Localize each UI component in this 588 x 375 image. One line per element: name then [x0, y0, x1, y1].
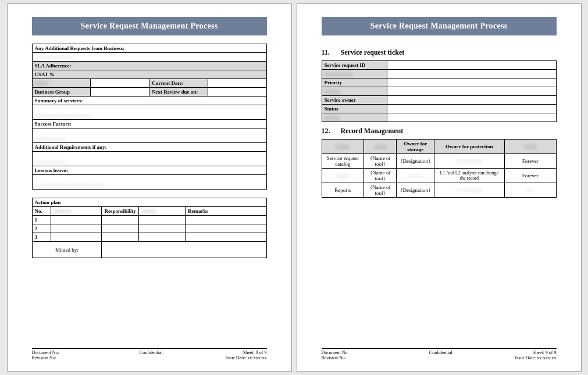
- ticket-row-label: Service owner: [322, 96, 387, 105]
- blurred-text: xxxxxx: [408, 173, 423, 178]
- table-row: Service request catalog {Name of tool} {…: [322, 154, 556, 169]
- blurred-text: xxxxxxxxxxxx: [35, 159, 66, 165]
- page-footer: Document No: Confidential Sheet: 8 of 9 …: [32, 348, 267, 360]
- page-title: Service Request Management Process: [322, 17, 557, 35]
- minted-by: Minted by:: [32, 242, 102, 258]
- metrics-table: SLA Adherence: CSAT % xxxxx Current Date…: [32, 61, 267, 97]
- ticket-row-label: Priority: [322, 78, 387, 87]
- footer-sheet: Sheet: 8 of 9: [243, 350, 267, 355]
- page-footer: Document No: Confidential Sheet: 9 of 9 …: [322, 348, 557, 360]
- footer-doc-no: Document No:: [32, 350, 59, 355]
- col-remarks: Remarks: [185, 207, 266, 216]
- additional-requests-box: Any Additional Requests from Business: x…: [32, 44, 267, 62]
- business-group-label: Business Group: [32, 88, 91, 97]
- csat-label: CSAT %: [32, 70, 266, 79]
- summary-table: Summary of services: xxxxxxxxxxxxxxxxxxx…: [32, 96, 267, 190]
- record-management-table: xxxxx xxxxx Owner for storage Owner for …: [322, 139, 557, 198]
- blurred-text: xxxxxx: [141, 208, 157, 214]
- blurred-text: xxx: [526, 187, 534, 193]
- footer-issue: Issue Date: xx-xxx-xx: [225, 355, 266, 360]
- col-no: No.: [32, 207, 51, 216]
- current-date-label: Current Date:: [149, 79, 208, 88]
- action-plan-header: Action plan: [32, 198, 266, 207]
- blurred-text: xxxxx: [523, 144, 537, 149]
- sla-label: SLA Adherence:: [32, 62, 266, 70]
- footer-confidential: Confidential: [429, 350, 452, 355]
- additional-req-label: Additional Requirements if any:: [32, 143, 266, 152]
- page-title: Service Request Management Process: [32, 17, 267, 35]
- blurred-text: xxxxxx: [325, 115, 340, 120]
- blurred-text: xxxxxxxxxxxxxxxxxxxxxx: [35, 112, 92, 118]
- section-12-heading: 12. Record Management: [322, 127, 557, 135]
- footer-sheet: Sheet: 9 of 9: [533, 350, 557, 355]
- page-8: Service Request Management Process Any A…: [7, 3, 292, 372]
- footer-rev-no: Revision No:: [322, 355, 346, 360]
- section-11-heading: 11. Service request ticket: [322, 48, 557, 57]
- footer-doc-no: Document No:: [322, 350, 349, 355]
- blurred-text: xxxxx: [373, 144, 387, 149]
- table-row: xxxxx {Name of tool} xxxxxx L1 And L2 an…: [322, 169, 556, 183]
- next-review-label: Next Review due on:: [149, 88, 208, 97]
- blurred-text: xxxxxxxxxxxxxxxxxxxxxxxxxxx: [35, 182, 106, 188]
- col-responsibility: Responsibility: [102, 207, 139, 216]
- footer-rev-no: Revision No:: [32, 355, 56, 360]
- col-owner-protection: Owner for protection: [434, 140, 504, 154]
- table-row: Reports {Name of tool} {Designation} xxx…: [322, 183, 556, 198]
- table-row: 1: [32, 216, 266, 224]
- blurred-text: xxxxx: [35, 80, 48, 86]
- ticket-row-label: Status: [322, 105, 387, 113]
- blurred-text: xxxxxxxxxx: [456, 187, 482, 193]
- blurred-text: xxxxxxx: [54, 208, 72, 214]
- blurred-text: xxxxxxxxxxxxxxx: [35, 54, 74, 60]
- blurred-text: xxxxx: [336, 173, 350, 178]
- col-owner-storage: Owner for storage: [397, 140, 434, 154]
- blurred-text: xxxxxxxxxx: [456, 158, 482, 164]
- action-plan-table: Action plan No. xxxxxxx Responsibility x…: [32, 198, 267, 258]
- summary-label: Summary of services:: [32, 97, 266, 105]
- page-9: Service Request Management Process 11. S…: [297, 3, 582, 372]
- blurred-text: xxxxx: [336, 144, 350, 149]
- success-factors-label: Success Factors:: [32, 120, 266, 128]
- blurred-text: xxxxxxxxxxxx: [35, 135, 66, 141]
- document-viewport: Service Request Management Process Any A…: [0, 0, 588, 375]
- additional-requests-label: Any Additional Requests from Business:: [32, 44, 266, 53]
- footer-confidential: Confidential: [140, 350, 163, 355]
- table-row: 2: [32, 224, 266, 233]
- lessons-label: Lessons learnt:: [32, 166, 266, 175]
- blurred-text: xxxxxx: [325, 88, 340, 94]
- ticket-table: Service request ID xxxxxxxxxxx Priority …: [322, 60, 557, 122]
- ticket-row-label: Service request ID: [322, 61, 387, 70]
- footer-issue: Issue Date: xx-xxx-xx: [515, 355, 556, 360]
- table-row: 3: [32, 233, 266, 242]
- blurred-text: xxxxxxxxxxx: [325, 71, 354, 77]
